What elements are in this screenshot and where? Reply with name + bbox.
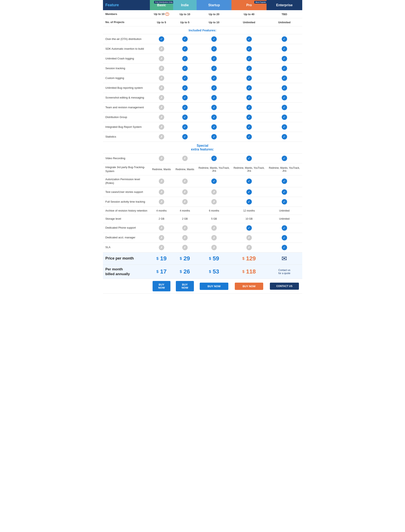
price-indie: $ 29	[173, 252, 196, 264]
members-enterprise: TBD	[267, 10, 302, 18]
feature-label: SDK Automatic insertion to build	[103, 44, 150, 54]
projects-enterprise: Unlimited	[267, 18, 302, 26]
check-yes-icon: ✓	[182, 115, 188, 120]
table-row: Team and revision management✗✓✓✓✓	[103, 103, 302, 112]
table-row: Screenshot editing & messaging✗✓✓✓✓	[103, 93, 302, 103]
cell-included-7-4: ✓	[267, 103, 302, 112]
check-no-icon: ✗	[182, 245, 188, 250]
members-indie: Up to 10	[173, 10, 196, 18]
price-monthly-row: Price per month $ 19 $ 29 $ 59 $ 129 ✉	[103, 252, 302, 264]
cell-included-10-0: ✗	[150, 132, 173, 142]
table-row: Archive of revision history retention4 m…	[103, 207, 302, 215]
cell-included-9-4: ✓	[267, 122, 302, 132]
cell-included-4-0: ✗	[150, 73, 173, 83]
indie-col-header: Indie	[173, 0, 196, 10]
cell-special-2-1: ✗	[173, 175, 196, 187]
cell-special-9-4: ✓	[267, 242, 302, 252]
table-row: SDK Automatic insertion to build✗✓✓✓✓	[103, 44, 302, 54]
special-feature-label: Video Recording	[103, 154, 150, 163]
members-basic: Up to 10 ?	[150, 10, 173, 18]
members-pro: Up to 40	[231, 10, 267, 18]
check-no-icon: ✗	[211, 245, 217, 250]
cell-included-4-4: ✓	[267, 73, 302, 83]
cell-special-8-1: ✗	[173, 233, 196, 242]
check-yes-icon: ✓	[246, 199, 252, 205]
feature-label: Team and revision management	[103, 103, 150, 112]
price-pro: $ 129	[231, 252, 267, 264]
cell-special-8-4: ✓	[267, 233, 302, 242]
cell-special-5-0: 4 months	[150, 207, 173, 215]
cell-included-3-4: ✓	[267, 64, 302, 73]
enterprise-label: Enterprise	[276, 3, 292, 7]
price-annual-basic: $ 17	[150, 264, 173, 279]
check-no-icon: ✗	[182, 199, 188, 205]
price-annual-startup: $ 53	[196, 264, 232, 279]
members-label: Members	[103, 10, 150, 18]
check-yes-icon: ✓	[282, 95, 287, 100]
special-feature-label: Integrate 3rd party Bug-Tracking- System	[103, 163, 150, 175]
cell-special-0-1: ✗	[173, 154, 196, 163]
cell-special-6-3: 10 GB	[231, 215, 267, 223]
check-no-icon: ✗	[159, 235, 164, 241]
cell-included-0-4: ✓	[267, 34, 302, 44]
buy-enterprise-cell: CONTACT US	[267, 279, 302, 294]
buy-indie-button[interactable]: BUY NOW	[176, 281, 194, 291]
check-no-icon: ✗	[182, 179, 188, 184]
special-feature-label: Archive of revision history retention	[103, 207, 150, 215]
cell-included-10-1: ✓	[173, 132, 196, 142]
cell-included-2-1: ✓	[173, 54, 196, 64]
startup-col-header: Startup	[196, 0, 232, 10]
check-no-icon: ✗	[246, 235, 252, 241]
included-section-header: Included Features:	[103, 26, 302, 34]
cell-special-7-1: ✗	[173, 223, 196, 233]
check-no-icon: ✗	[159, 225, 164, 231]
check-yes-icon: ✓	[182, 56, 188, 61]
cell-included-6-3: ✓	[231, 93, 267, 103]
check-no-icon: ✗	[211, 235, 217, 241]
cell-included-3-0: ✗	[150, 64, 173, 73]
check-no-icon: ✗	[159, 85, 164, 91]
check-yes-icon: ✓	[159, 36, 164, 42]
contact-us-button[interactable]: CONTACT US	[270, 283, 299, 290]
cell-included-7-2: ✓	[196, 103, 232, 112]
buy-pro-cell: BUY NOW	[231, 279, 267, 294]
check-yes-icon: ✓	[246, 179, 252, 184]
check-yes-icon: ✓	[282, 85, 287, 91]
check-no-icon: ✗	[159, 199, 164, 205]
projects-startup: Up to 10	[196, 18, 232, 26]
members-tooltip-icon[interactable]: ?	[165, 13, 169, 16]
check-yes-icon: ✓	[282, 189, 287, 195]
feature-label: Distribution Group	[103, 112, 150, 122]
check-yes-icon: ✓	[246, 66, 252, 71]
table-row: Session tracking✗✓✓✓✓	[103, 64, 302, 73]
cell-special-5-1: 4 months	[173, 207, 196, 215]
buy-startup-button[interactable]: BUY NOW	[200, 283, 228, 290]
cell-special-5-2: 6 months	[196, 207, 232, 215]
cell-special-2-2: ✓	[196, 175, 232, 187]
cell-included-2-4: ✓	[267, 54, 302, 64]
check-no-icon: ✗	[211, 199, 217, 205]
check-no-icon: ✗	[159, 245, 164, 250]
buy-pro-button[interactable]: BUY NOW	[235, 283, 263, 290]
cell-included-3-1: ✓	[173, 64, 196, 73]
cell-special-1-0: Redmine, Mantis	[150, 163, 173, 175]
cell-special-8-0: ✗	[150, 233, 173, 242]
cell-special-0-2: ✓	[196, 154, 232, 163]
buy-basic-button[interactable]: BUY NOW	[153, 281, 171, 291]
cell-included-9-2: ✓	[196, 122, 232, 132]
check-no-icon: ✗	[159, 46, 164, 52]
projects-indie: Up to 5	[173, 18, 196, 26]
price-annual-label: Per monthbilled annually	[103, 264, 150, 279]
pro-col-header: Pro Most Popular	[231, 0, 267, 10]
special-feature-label: Dedicated acct. manager	[103, 233, 150, 242]
projects-row: No. of Projects Up to 5 Up to 5 Up to 10…	[103, 18, 302, 26]
check-no-icon: ✗	[159, 156, 164, 161]
table-row: Unlimited Crash logging✗✓✓✓✓	[103, 54, 302, 64]
check-yes-icon: ✓	[282, 124, 287, 130]
check-yes-icon: ✓	[246, 76, 252, 81]
check-yes-icon: ✓	[246, 46, 252, 52]
check-no-icon: ✗	[159, 189, 164, 195]
feature-label: Session tracking	[103, 64, 150, 73]
cell-special-6-2: 5 GB	[196, 215, 232, 223]
check-yes-icon: ✓	[282, 156, 287, 161]
